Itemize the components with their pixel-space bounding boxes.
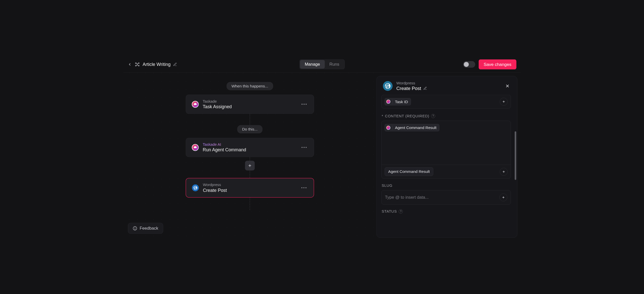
trigger-section-label: When this happens...	[226, 82, 273, 90]
slug-field[interactable]: Type @ to insert data...	[381, 190, 511, 205]
wordpress-icon	[192, 184, 199, 191]
connector	[250, 169, 250, 178]
content-chip[interactable]: Agent Command Result	[385, 124, 439, 131]
node-more-button[interactable]	[300, 145, 308, 149]
edit-action-icon[interactable]	[423, 86, 427, 90]
connector	[250, 114, 250, 125]
view-tabs: Manage Runs	[299, 59, 345, 69]
slug-placeholder: Type @ to insert data...	[385, 195, 429, 200]
add-variable-button[interactable]	[500, 98, 508, 106]
taskid-field[interactable]: Task ID	[381, 95, 511, 108]
node-title: Task Assigned	[203, 104, 232, 109]
status-label: STATUS	[382, 209, 397, 214]
tab-manage[interactable]: Manage	[300, 60, 325, 69]
chip-label: Task ID	[395, 99, 408, 104]
connector	[250, 197, 250, 210]
page-title: Article Writing	[143, 62, 171, 67]
edit-title-icon[interactable]	[173, 62, 177, 66]
node-title: Run Agent Command	[203, 147, 246, 152]
taskade-icon	[192, 101, 199, 108]
workflow-icon	[135, 62, 140, 67]
close-panel-button[interactable]	[504, 82, 511, 89]
node-more-button[interactable]	[300, 102, 308, 106]
node-run-agent-command[interactable]: Taskade AI Run Agent Command	[186, 138, 314, 157]
chip-label: Agent Command Result	[395, 125, 437, 130]
node-create-post[interactable]: Wordpress Create Post	[186, 178, 314, 197]
help-icon[interactable]: ?	[399, 209, 403, 213]
tab-runs[interactable]: Runs	[325, 60, 344, 69]
node-task-assigned[interactable]: Taskade Task Assigned	[186, 95, 314, 114]
svg-point-2	[135, 65, 136, 66]
action-section-label: Do this...	[237, 125, 262, 134]
add-variable-button[interactable]	[499, 193, 507, 201]
required-asterisk: *	[382, 114, 383, 118]
feedback-button[interactable]: Feedback	[128, 223, 163, 234]
panel-app-label: Wordpress	[396, 81, 427, 85]
svg-point-1	[138, 63, 139, 64]
node-more-button[interactable]	[300, 186, 308, 190]
node-app-label: Wordpress	[203, 183, 227, 187]
back-button[interactable]	[128, 62, 132, 66]
workflow-canvas[interactable]: When this happens... Taskade Task Assign…	[123, 72, 377, 238]
enable-toggle[interactable]	[463, 61, 475, 68]
scrollbar-thumb[interactable]	[515, 131, 516, 180]
feedback-label: Feedback	[140, 226, 158, 231]
node-app-label: Taskade	[203, 99, 232, 103]
node-app-label: Taskade AI	[203, 142, 246, 146]
wordpress-icon	[383, 81, 392, 91]
svg-point-0	[135, 63, 136, 64]
slug-label: SLUG	[382, 183, 392, 188]
svg-point-3	[138, 65, 139, 66]
taskade-icon	[192, 144, 199, 151]
add-variable-button[interactable]	[500, 168, 508, 176]
save-button[interactable]: Save changes	[479, 59, 516, 69]
content-field[interactable]: Agent Command Result Agent Command Resul…	[381, 121, 511, 178]
taskade-icon	[386, 100, 390, 104]
svg-point-8	[135, 229, 135, 229]
node-title: Create Post	[203, 188, 227, 193]
header: Article Writing Manage Runs Save changes	[123, 56, 521, 72]
taskade-icon	[386, 126, 390, 130]
details-panel: Wordpress Create Post Task ID	[377, 76, 517, 238]
help-icon[interactable]: ?	[431, 114, 435, 118]
panel-action-title: Create Post	[396, 86, 421, 91]
content-suggestion-chip[interactable]: Agent Command Result	[385, 167, 433, 176]
content-label: CONTENT (REQUIRED)	[385, 114, 429, 118]
taskid-chip[interactable]: Task ID	[385, 98, 411, 105]
